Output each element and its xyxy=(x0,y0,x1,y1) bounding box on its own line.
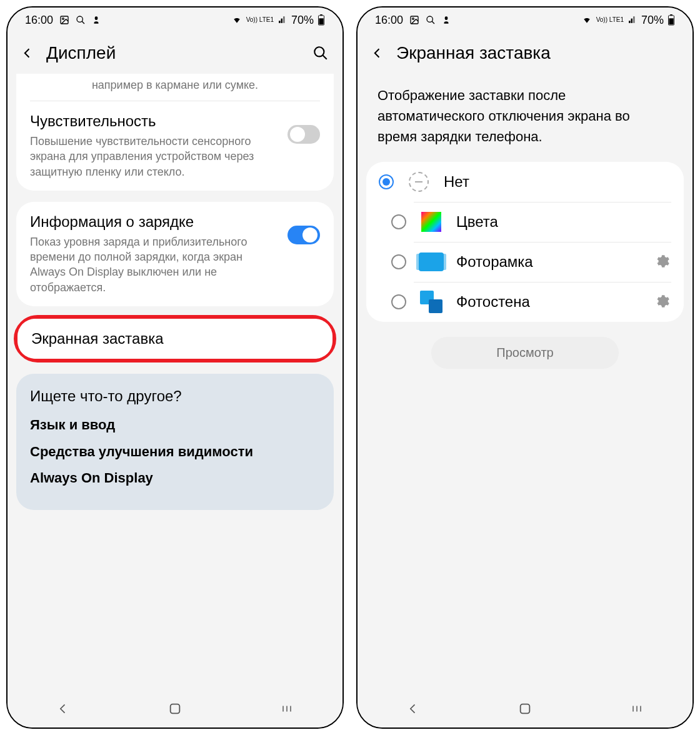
option-photoframe-label: Фоторамка xyxy=(456,253,641,271)
misc-status-icon xyxy=(92,15,101,25)
nav-back[interactable] xyxy=(44,699,82,718)
network-label: Vo)) LTE1 xyxy=(246,17,274,23)
wifi-icon xyxy=(581,16,592,24)
photoframe-settings[interactable] xyxy=(654,253,671,271)
charging-toggle[interactable] xyxy=(288,226,320,244)
hint-title: Ищете что-то другое? xyxy=(30,388,320,405)
sensitivity-desc: Повышение чувствительности сенсорного эк… xyxy=(30,134,278,179)
hint-card: Ищете что-то другое? Язык и ввод Средств… xyxy=(16,374,334,510)
svg-point-1 xyxy=(62,18,64,20)
nav-home[interactable] xyxy=(156,699,194,718)
nav-home[interactable] xyxy=(506,699,544,718)
hint-aod[interactable]: Always On Display xyxy=(30,469,320,488)
status-time: 16:00 xyxy=(375,14,403,27)
photowall-icon xyxy=(419,289,444,314)
option-none[interactable]: Нет xyxy=(366,162,684,202)
nav-back[interactable] xyxy=(394,699,432,718)
svg-rect-12 xyxy=(670,14,672,16)
title-bar: Дисплей xyxy=(8,32,342,74)
status-bar: 16:00 Vo)) LTE1 70% xyxy=(358,8,692,32)
screensaver-description: Отображение заставки после автоматическо… xyxy=(366,74,684,162)
battery-pct: 70% xyxy=(291,14,314,27)
option-colors-label: Цвета xyxy=(456,213,671,231)
svg-rect-7 xyxy=(171,704,180,714)
back-button[interactable] xyxy=(20,46,35,61)
nav-recents[interactable] xyxy=(268,699,306,718)
search-button[interactable] xyxy=(311,44,330,62)
svg-rect-4 xyxy=(320,14,322,16)
none-icon xyxy=(406,169,431,194)
option-none-label: Нет xyxy=(444,173,671,191)
content-area: например в кармане или сумке. Чувствител… xyxy=(8,74,342,690)
screensaver-card: Экранная заставка xyxy=(18,319,332,359)
svg-point-10 xyxy=(427,16,432,22)
radio-colors[interactable] xyxy=(391,214,406,229)
battery-icon xyxy=(668,14,675,26)
battery-pct: 70% xyxy=(641,14,664,27)
nav-bar xyxy=(8,690,342,728)
photoframe-icon xyxy=(419,249,444,274)
page-title: Экранная заставка xyxy=(396,43,680,63)
wifi-icon xyxy=(231,16,242,24)
search-status-icon xyxy=(76,15,86,25)
option-colors[interactable]: Цвета xyxy=(366,202,684,242)
signal-icon xyxy=(628,16,638,24)
hint-visibility[interactable]: Средства улучшения видимости xyxy=(30,443,320,461)
sensitivity-toggle[interactable] xyxy=(288,125,320,144)
nav-bar xyxy=(358,690,692,728)
option-photowall[interactable]: Фотостена xyxy=(366,282,684,322)
highlight-annotation: Экранная заставка xyxy=(14,315,336,362)
option-photowall-label: Фотостена xyxy=(456,293,641,311)
option-photoframe[interactable]: Фоторамка xyxy=(366,242,684,282)
phone-right: 16:00 Vo)) LTE1 70% Экранная заставка От… xyxy=(356,6,694,729)
status-time: 16:00 xyxy=(25,14,53,27)
svg-point-6 xyxy=(314,47,324,56)
svg-point-2 xyxy=(77,16,82,22)
settings-card-2: Информация о зарядке Показ уровня заряда… xyxy=(16,202,334,306)
screensaver-row[interactable]: Экранная заставка xyxy=(18,319,332,359)
preview-button[interactable]: Просмотр xyxy=(431,337,619,369)
screensaver-title: Экранная заставка xyxy=(31,330,319,348)
settings-card-1: например в кармане или сумке. Чувствител… xyxy=(16,74,334,191)
image-icon xyxy=(59,15,69,25)
page-title: Дисплей xyxy=(46,43,300,63)
radio-none[interactable] xyxy=(379,174,394,189)
status-bar: 16:00 Vo)) LTE1 70% xyxy=(8,8,342,32)
image-icon xyxy=(409,15,419,25)
title-bar: Экранная заставка xyxy=(358,32,692,74)
svg-rect-13 xyxy=(669,18,673,24)
signal-icon xyxy=(278,16,288,24)
svg-point-9 xyxy=(412,18,414,20)
radio-photowall[interactable] xyxy=(391,294,406,309)
sensitivity-row[interactable]: Чувствительность Повышение чувствительно… xyxy=(16,101,334,191)
sensitivity-title: Чувствительность xyxy=(30,112,278,130)
charging-info-row[interactable]: Информация о зарядке Показ уровня заряда… xyxy=(16,202,334,306)
svg-rect-5 xyxy=(319,18,323,24)
options-card: Нет Цвета Фоторамка Фотостена xyxy=(366,162,684,322)
phone-left: 16:00 Vo)) LTE1 70% Дисплей например в к… xyxy=(6,6,344,729)
charging-title: Информация о зарядке xyxy=(30,213,278,231)
content-area: Отображение заставки после автоматическо… xyxy=(358,74,692,690)
svg-rect-14 xyxy=(521,704,530,714)
hint-lang[interactable]: Язык и ввод xyxy=(30,416,320,434)
battery-icon xyxy=(318,14,325,26)
back-button[interactable] xyxy=(370,46,385,61)
misc-status-icon xyxy=(442,15,451,25)
truncated-prev-desc: например в кармане или сумке. xyxy=(30,74,320,101)
nav-recents[interactable] xyxy=(618,699,656,718)
radio-photoframe[interactable] xyxy=(391,254,406,269)
network-label: Vo)) LTE1 xyxy=(596,17,624,23)
photowall-settings[interactable] xyxy=(654,293,671,311)
charging-desc: Показ уровня заряда и приблизительного в… xyxy=(30,234,278,295)
colors-icon xyxy=(419,209,444,234)
search-status-icon xyxy=(426,15,436,25)
